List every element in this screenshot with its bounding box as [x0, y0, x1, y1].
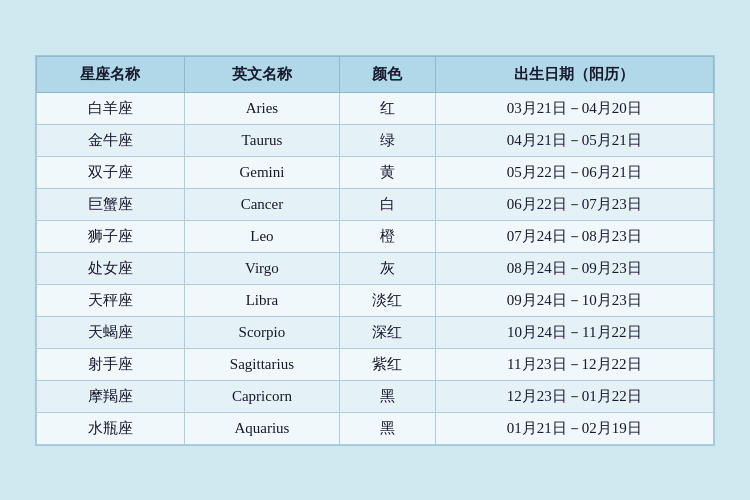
cell-color: 淡红 [339, 284, 435, 316]
cell-birth-dates: 04月21日－05月21日 [435, 124, 713, 156]
table-row: 天蝎座Scorpio深红10月24日－11月22日 [37, 316, 714, 348]
cell-birth-dates: 11月23日－12月22日 [435, 348, 713, 380]
cell-chinese-name: 狮子座 [37, 220, 185, 252]
cell-chinese-name: 天蝎座 [37, 316, 185, 348]
cell-chinese-name: 射手座 [37, 348, 185, 380]
cell-color: 黄 [339, 156, 435, 188]
cell-birth-dates: 07月24日－08月23日 [435, 220, 713, 252]
table-row: 处女座Virgo灰08月24日－09月23日 [37, 252, 714, 284]
cell-birth-dates: 08月24日－09月23日 [435, 252, 713, 284]
zodiac-table-container: 星座名称 英文名称 颜色 出生日期（阳历） 白羊座Aries红03月21日－04… [35, 55, 715, 446]
table-row: 摩羯座Capricorn黑12月23日－01月22日 [37, 380, 714, 412]
table-row: 天秤座Libra淡红09月24日－10月23日 [37, 284, 714, 316]
cell-color: 白 [339, 188, 435, 220]
cell-chinese-name: 巨蟹座 [37, 188, 185, 220]
header-color: 颜色 [339, 56, 435, 92]
table-header-row: 星座名称 英文名称 颜色 出生日期（阳历） [37, 56, 714, 92]
cell-english-name: Sagittarius [184, 348, 339, 380]
cell-chinese-name: 天秤座 [37, 284, 185, 316]
cell-birth-dates: 01月21日－02月19日 [435, 412, 713, 444]
table-row: 射手座Sagittarius紫红11月23日－12月22日 [37, 348, 714, 380]
cell-color: 黑 [339, 412, 435, 444]
cell-chinese-name: 白羊座 [37, 92, 185, 124]
cell-english-name: Cancer [184, 188, 339, 220]
cell-english-name: Taurus [184, 124, 339, 156]
header-chinese-name: 星座名称 [37, 56, 185, 92]
cell-birth-dates: 09月24日－10月23日 [435, 284, 713, 316]
header-birth-date: 出生日期（阳历） [435, 56, 713, 92]
table-row: 巨蟹座Cancer白06月22日－07月23日 [37, 188, 714, 220]
header-english-name: 英文名称 [184, 56, 339, 92]
table-row: 狮子座Leo橙07月24日－08月23日 [37, 220, 714, 252]
cell-color: 红 [339, 92, 435, 124]
cell-chinese-name: 金牛座 [37, 124, 185, 156]
cell-birth-dates: 03月21日－04月20日 [435, 92, 713, 124]
cell-english-name: Libra [184, 284, 339, 316]
cell-color: 紫红 [339, 348, 435, 380]
cell-english-name: Virgo [184, 252, 339, 284]
cell-english-name: Aries [184, 92, 339, 124]
cell-english-name: Gemini [184, 156, 339, 188]
cell-english-name: Leo [184, 220, 339, 252]
cell-chinese-name: 摩羯座 [37, 380, 185, 412]
cell-english-name: Capricorn [184, 380, 339, 412]
table-row: 白羊座Aries红03月21日－04月20日 [37, 92, 714, 124]
cell-color: 绿 [339, 124, 435, 156]
cell-birth-dates: 12月23日－01月22日 [435, 380, 713, 412]
table-row: 双子座Gemini黄05月22日－06月21日 [37, 156, 714, 188]
cell-chinese-name: 双子座 [37, 156, 185, 188]
cell-birth-dates: 06月22日－07月23日 [435, 188, 713, 220]
cell-color: 黑 [339, 380, 435, 412]
cell-english-name: Aquarius [184, 412, 339, 444]
cell-english-name: Scorpio [184, 316, 339, 348]
cell-chinese-name: 处女座 [37, 252, 185, 284]
cell-color: 橙 [339, 220, 435, 252]
table-row: 水瓶座Aquarius黑01月21日－02月19日 [37, 412, 714, 444]
cell-color: 深红 [339, 316, 435, 348]
cell-birth-dates: 05月22日－06月21日 [435, 156, 713, 188]
table-row: 金牛座Taurus绿04月21日－05月21日 [37, 124, 714, 156]
zodiac-table: 星座名称 英文名称 颜色 出生日期（阳历） 白羊座Aries红03月21日－04… [36, 56, 714, 445]
table-body: 白羊座Aries红03月21日－04月20日金牛座Taurus绿04月21日－0… [37, 92, 714, 444]
cell-birth-dates: 10月24日－11月22日 [435, 316, 713, 348]
cell-chinese-name: 水瓶座 [37, 412, 185, 444]
cell-color: 灰 [339, 252, 435, 284]
